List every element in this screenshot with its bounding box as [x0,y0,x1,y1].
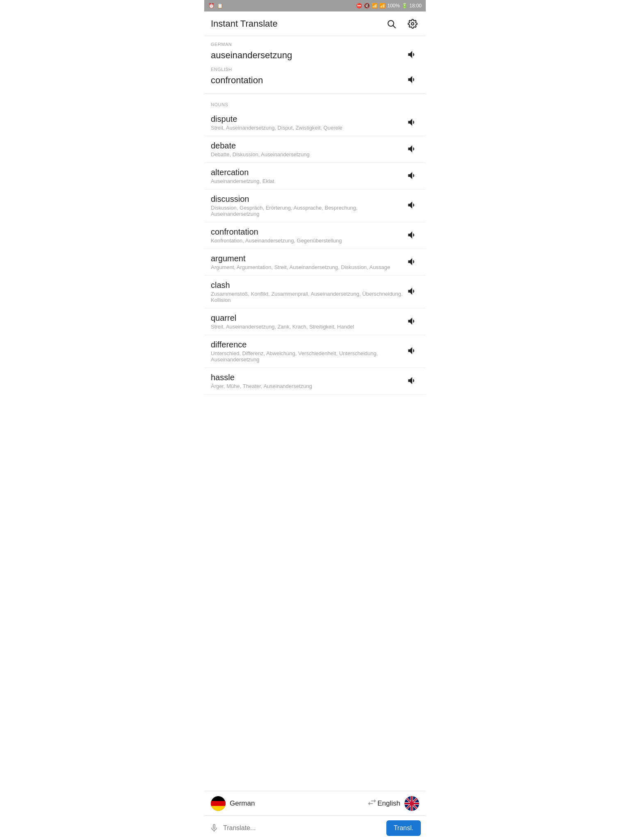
speaker-icon-word-3 [407,200,418,210]
word-main: quarrel [211,313,405,323]
settings-icon [408,19,418,29]
status-bar: ⏰ 📋 ⛔ 🔇 📶 📶 100% 🔋 18:00 [204,0,426,11]
page-title: Instant Translate [211,18,385,29]
word-item-content: quarrel Streit, Auseinandersetzung, Zank… [211,313,405,330]
word-item-content: clash Zusammenstoß, Konflikt, Zusammenpr… [211,281,405,303]
word-synonyms: Argument, Argumentation, Streit, Auseina… [211,264,405,270]
time-display: 18:00 [409,3,422,9]
list-item[interactable]: clash Zusammenstoß, Konflikt, Zusammenpr… [204,276,426,308]
word-item-content: argument Argument, Argumentation, Streit… [211,254,405,270]
word-sound-button-3[interactable] [405,198,419,213]
word-sound-button-4[interactable] [405,228,419,243]
status-bar-left: ⏰ 📋 [208,3,223,9]
speaker-icon [407,49,418,60]
word-sound-button-9[interactable] [405,374,419,389]
list-item[interactable]: hassle Ärger, Mühe, Theater, Auseinander… [204,368,426,395]
word-synonyms: Auseinandersetzung, Eklat [211,178,405,184]
speaker-icon-word-6 [407,286,418,297]
wifi-icon: 📶 [372,3,378,9]
word-item-content: debate Debatte, Diskussion, Auseinanders… [211,141,405,158]
svg-line-1 [393,25,396,28]
speaker-icon-word-5 [407,256,418,267]
word-synonyms: Zusammenstoß, Konflikt, Zusammenprall, A… [211,291,405,303]
app-bar: Instant Translate [204,11,426,36]
speaker-icon-2 [407,74,418,85]
word-main: argument [211,254,405,263]
word-synonyms: Streit, Auseinandersetzung, Disput, Zwis… [211,125,405,131]
list-item[interactable]: argument Argument, Argumentation, Streit… [204,249,426,276]
speaker-icon-word-4 [407,230,418,240]
word-item-content: altercation Auseinandersetzung, Eklat [211,168,405,184]
word-sound-button-7[interactable] [405,314,419,329]
word-main: hassle [211,373,405,382]
volume-icon: 🔇 [364,3,370,9]
signal-icon: 📶 [379,3,386,9]
word-sound-button-1[interactable] [405,142,419,157]
word-synonyms: Unterschied, Differenz, Abweichung, Vers… [211,350,405,363]
source-word-row: auseinandersetzung [211,48,419,63]
target-sound-button[interactable] [405,73,419,88]
word-sound-button-8[interactable] [405,344,419,359]
nouns-section: NOUNS dispute Streit, Auseinandersetzung… [204,94,426,395]
nouns-label: NOUNS [204,98,426,110]
word-main: discussion [211,194,405,204]
word-item-content: hassle Ärger, Mühe, Theater, Auseinander… [211,373,405,389]
word-main: dispute [211,114,405,124]
battery-text: 100% [387,3,400,9]
alarm-icon: ⏰ [208,3,215,9]
word-list: dispute Streit, Auseinandersetzung, Disp… [204,110,426,395]
list-item[interactable]: altercation Auseinandersetzung, Eklat [204,163,426,189]
word-item-content: dispute Streit, Auseinandersetzung, Disp… [211,114,405,131]
word-item-content: difference Unterschied, Differenz, Abwei… [211,340,405,363]
word-sound-button-0[interactable] [405,115,419,130]
word-synonyms: Streit, Auseinandersetzung, Zank, Krach,… [211,324,405,330]
word-main: altercation [211,168,405,177]
sim-icon: 📋 [217,3,223,9]
target-word: confrontation [211,75,263,86]
target-lang-label: ENGLISH [211,67,419,72]
speaker-icon-word-8 [407,345,418,356]
bluetooth-icon: ⛔ [356,3,362,9]
translation-header: GERMAN auseinandersetzung ENGLISH confro… [204,36,426,94]
svg-point-2 [411,23,414,25]
word-synonyms: Diskussion, Gespräch, Erörterung, Ausspr… [211,205,405,217]
battery-icon: 🔋 [402,3,408,9]
speaker-icon-word-1 [407,144,418,154]
source-word: auseinandersetzung [211,50,292,61]
word-sound-button-6[interactable] [405,284,419,299]
app-bar-actions [385,17,419,30]
word-item-content: discussion Diskussion, Gespräch, Erörter… [211,194,405,217]
speaker-icon-word-7 [407,316,418,326]
source-sound-button[interactable] [405,48,419,63]
search-button[interactable] [385,17,398,30]
settings-button[interactable] [406,17,419,30]
word-main: difference [211,340,405,349]
status-bar-right: ⛔ 🔇 📶 📶 100% 🔋 18:00 [356,3,422,9]
word-main: confrontation [211,227,405,237]
main-content: GERMAN auseinandersetzung ENGLISH confro… [204,36,426,444]
list-item[interactable]: dispute Streit, Auseinandersetzung, Disp… [204,110,426,136]
word-sound-button-2[interactable] [405,169,419,184]
word-synonyms: Ärger, Mühe, Theater, Auseinandersetzung [211,383,405,389]
list-item[interactable]: difference Unterschied, Differenz, Abwei… [204,335,426,368]
source-lang-label: GERMAN [211,42,419,47]
word-synonyms: Debatte, Diskussion, Auseinandersetzung [211,151,405,158]
word-main: debate [211,141,405,151]
word-sound-button-5[interactable] [405,255,419,270]
list-item[interactable]: confrontation Konfrontation, Auseinander… [204,222,426,249]
list-item[interactable]: debate Debatte, Diskussion, Auseinanders… [204,136,426,163]
speaker-icon-word-9 [407,375,418,386]
word-synonyms: Konfrontation, Auseinandersetzung, Gegen… [211,237,405,244]
speaker-icon-word-0 [407,117,418,128]
list-item[interactable]: quarrel Streit, Auseinandersetzung, Zank… [204,308,426,335]
target-word-row: confrontation [211,73,419,88]
word-item-content: confrontation Konfrontation, Auseinander… [211,227,405,244]
speaker-icon-word-2 [407,170,418,181]
word-main: clash [211,281,405,290]
list-item[interactable]: discussion Diskussion, Gespräch, Erörter… [204,189,426,222]
search-icon [386,19,396,29]
